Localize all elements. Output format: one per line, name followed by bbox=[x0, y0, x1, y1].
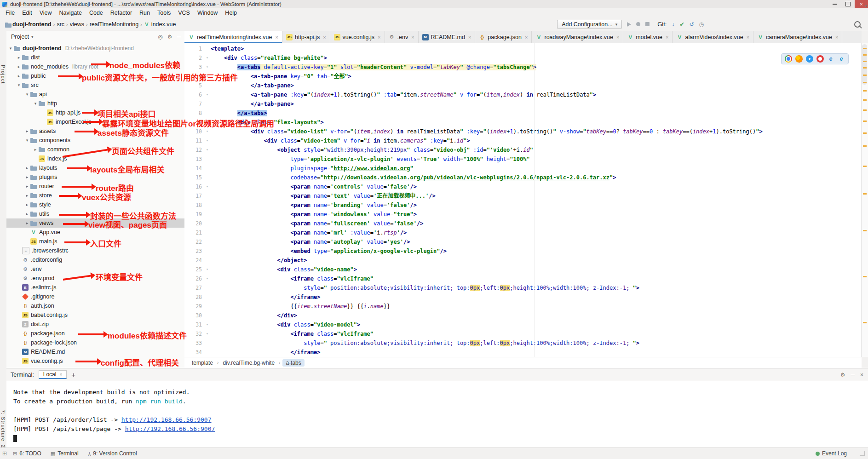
menu-file[interactable]: File bbox=[2, 10, 18, 16]
code-text[interactable]: type='application/x-vlc-plugin' events='… bbox=[211, 155, 530, 164]
breadcrumb-item-src[interactable]: src bbox=[55, 21, 66, 28]
tree-item-src[interactable]: ▾src bbox=[6, 80, 184, 90]
terminal-link[interactable]: http://192.168.66.56:9007 bbox=[121, 416, 212, 423]
chevron-right-icon[interactable]: ▸ bbox=[24, 175, 30, 179]
code-editor[interactable]: 1<template>2▾ <div class="realTime bg-wh… bbox=[184, 43, 862, 358]
chevron-right-icon[interactable]: ▸ bbox=[24, 193, 30, 198]
fold-icon[interactable]: ▾ bbox=[204, 63, 211, 72]
tree-item-vue-config-js[interactable]: JSvue.config.js bbox=[6, 356, 184, 366]
breadcrumb-item-realtimemonitoring[interactable]: realTimeMonitoring bbox=[88, 21, 140, 28]
tree-item-dist-zip[interactable]: Zdist.zip bbox=[6, 320, 184, 329]
scrollbar-error-stripe[interactable] bbox=[861, 43, 868, 357]
warning-stripe-mark[interactable] bbox=[863, 120, 867, 122]
editor-tab-package-json[interactable]: {}package.json× bbox=[475, 31, 532, 43]
tree-item-layouts[interactable]: ▸layouts bbox=[6, 163, 184, 172]
code-text[interactable]: {{item.streetName}} {{i.name}} bbox=[211, 302, 390, 311]
git-history-icon[interactable]: ◷ bbox=[699, 22, 704, 27]
code-text[interactable]: style=" position:absolute;visibility:inh… bbox=[211, 339, 639, 348]
code-text[interactable]: <div class="video-item" v-for="i in item… bbox=[211, 136, 470, 145]
ie-icon[interactable]: e bbox=[827, 55, 834, 63]
fold-icon[interactable]: ▾ bbox=[204, 329, 211, 339]
chevron-right-icon[interactable]: ▸ bbox=[24, 221, 30, 225]
warning-stripe-mark[interactable] bbox=[863, 109, 867, 111]
code-text[interactable]: </a-tab-pane> bbox=[211, 81, 294, 90]
code-text[interactable]: <div class="flex-layouts"> bbox=[211, 118, 324, 127]
editor-breadcrumb-a-tabs[interactable]: a-tabs bbox=[282, 359, 304, 367]
close-icon[interactable]: × bbox=[468, 34, 471, 40]
editor-tab-cameramanage-index-vue[interactable]: VcameraManage\index.vue× bbox=[753, 31, 842, 43]
tree-item-gitignore[interactable]: .gitignore bbox=[6, 292, 184, 301]
close-icon[interactable]: × bbox=[378, 34, 380, 40]
code-text[interactable]: <param name='branding' value='false'/> bbox=[211, 201, 417, 210]
tree-item-auth-json[interactable]: {}auth.json bbox=[6, 301, 184, 310]
editor-tab-roadwaymanage-index-vue[interactable]: VroadwayManage\index.vue× bbox=[532, 31, 623, 43]
code-text[interactable]: <a-tab-pane :key="(index+1).toString()" … bbox=[211, 90, 596, 99]
editor-tab-env[interactable]: ⚙.env× bbox=[385, 31, 419, 43]
tree-item-public[interactable]: ▸public bbox=[6, 71, 184, 80]
code-text[interactable]: </a-tab-pane> bbox=[211, 99, 294, 109]
chevron-right-icon[interactable]: ▸ bbox=[24, 202, 30, 207]
tree-item-assets[interactable]: ▸assets bbox=[6, 126, 184, 136]
menu-window[interactable]: Window bbox=[194, 10, 221, 16]
close-icon[interactable]: × bbox=[276, 34, 278, 40]
tree-item-package-lock-json[interactable]: {}package-lock.json bbox=[6, 338, 184, 347]
editor-breadcrumb-div-realtime-bg-white[interactable]: div.realTime.bg-white bbox=[221, 359, 276, 367]
warning-stripe-mark[interactable] bbox=[863, 193, 867, 195]
fold-icon[interactable]: ▾ bbox=[204, 274, 211, 283]
tree-item-app-vue[interactable]: VApp.vue bbox=[6, 228, 184, 237]
statusbar-terminal[interactable]: ▦Terminal bbox=[51, 450, 79, 457]
new-terminal-session-icon[interactable]: + bbox=[71, 371, 75, 379]
breadcrumb-item-duoji-frontend[interactable]: duoji-frontend bbox=[4, 21, 53, 28]
tree-item-store[interactable]: ▸store bbox=[6, 191, 184, 200]
warning-stripe-mark[interactable] bbox=[863, 61, 867, 62]
chevron-right-icon[interactable]: ▸ bbox=[24, 212, 30, 216]
code-text[interactable]: <div class="video-name"> bbox=[211, 265, 357, 274]
tree-item-dist[interactable]: ▸dist bbox=[6, 53, 184, 62]
chevron-down-icon[interactable]: ▾ bbox=[24, 138, 30, 143]
chevron-down-icon[interactable]: ▾ bbox=[24, 92, 30, 97]
warning-stripe-mark[interactable] bbox=[863, 166, 867, 167]
tree-item-router[interactable]: ▸router bbox=[6, 182, 184, 191]
tree-item-main-js[interactable]: JSmain.js bbox=[6, 237, 184, 246]
warning-stripe-mark[interactable] bbox=[863, 75, 867, 76]
scrollbar-thumb[interactable] bbox=[862, 44, 867, 85]
firefox-icon[interactable] bbox=[795, 55, 803, 63]
code-text[interactable]: pluginspage="http://www.videolan.org" bbox=[211, 164, 414, 173]
run-icon[interactable] bbox=[627, 22, 631, 27]
tree-item-plugins[interactable]: ▸plugins bbox=[6, 172, 184, 182]
close-icon[interactable]: × bbox=[747, 34, 749, 40]
close-icon[interactable]: × bbox=[525, 34, 528, 40]
close-icon[interactable]: × bbox=[323, 34, 326, 40]
hide-panel-icon[interactable]: ─ bbox=[177, 34, 181, 40]
menu-navigate[interactable]: Navigate bbox=[56, 10, 86, 16]
settings-gear-icon[interactable]: ⚙ bbox=[167, 34, 172, 40]
tree-item-env-prod[interactable]: ⚙.env.prod bbox=[6, 274, 184, 283]
tree-item-index-js[interactable]: JSindex.js bbox=[6, 154, 184, 163]
terminal-link[interactable]: http://192.168.66.56:9007 bbox=[125, 425, 215, 432]
chevron-down-icon[interactable]: ▾ bbox=[31, 34, 34, 39]
minimize-panel-icon[interactable]: ─ bbox=[851, 372, 855, 378]
chevron-right-icon[interactable]: ▸ bbox=[16, 64, 22, 69]
warning-stripe-mark[interactable] bbox=[863, 99, 867, 101]
code-text[interactable]: <object style="width:390px;height:219px"… bbox=[211, 145, 533, 155]
chevron-down-icon[interactable]: ▾ bbox=[32, 101, 39, 106]
warning-stripe-mark[interactable] bbox=[863, 276, 867, 277]
code-text[interactable]: <div class="realTime bg-white"> bbox=[211, 53, 327, 63]
tree-item-duoji-frontend[interactable]: ▾duoji-frontendD:\zheheWeb\duoji-fronten… bbox=[6, 44, 184, 53]
tree-item-package-json[interactable]: {}package.json bbox=[6, 329, 184, 338]
warning-stripe-mark[interactable] bbox=[863, 230, 867, 231]
code-text[interactable]: <div class="video-model"> bbox=[211, 320, 360, 329]
fold-icon[interactable]: ▾ bbox=[204, 127, 211, 136]
chevron-right-icon[interactable]: ▸ bbox=[16, 55, 22, 60]
terminal-output[interactable]: Note that the development build is not o… bbox=[6, 381, 868, 443]
close-panel-icon[interactable]: × bbox=[860, 372, 863, 378]
coverage-icon[interactable] bbox=[645, 22, 650, 26]
code-text[interactable]: <iframe class="vlcIframe" bbox=[211, 329, 374, 339]
git-commit-icon[interactable]: ✔ bbox=[679, 22, 684, 27]
tree-item-readme-md[interactable]: MREADME.md bbox=[6, 347, 184, 356]
terminal-tab-local[interactable]: Local × bbox=[39, 370, 67, 379]
warning-stripe-mark[interactable] bbox=[863, 67, 867, 69]
minimize-button[interactable] bbox=[828, 0, 841, 8]
editor-tab-readme-md[interactable]: MREADME.md× bbox=[419, 31, 476, 43]
code-text[interactable]: <iframe class="vlcIframe" bbox=[211, 274, 374, 283]
